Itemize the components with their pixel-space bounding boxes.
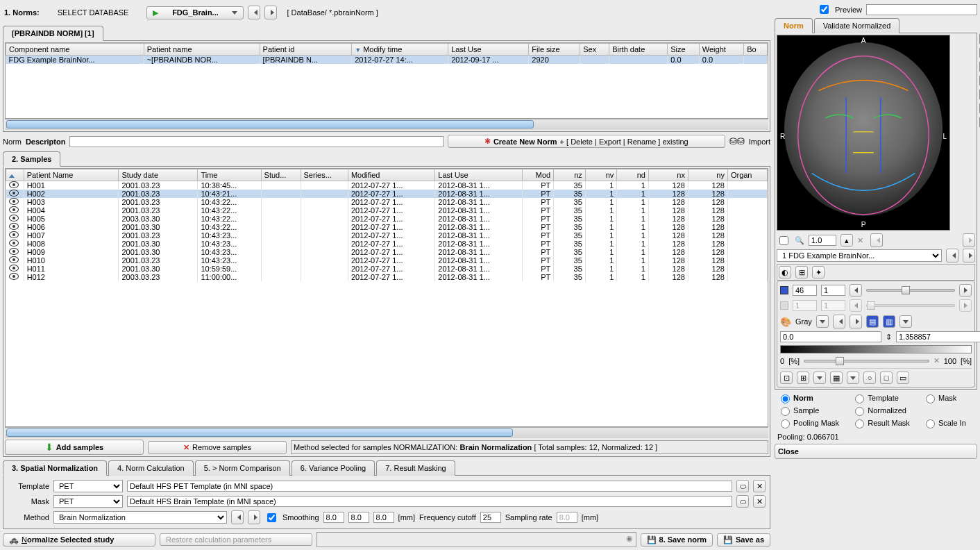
norm-col-1[interactable]: Patient name (144, 44, 260, 56)
add-samples-button[interactable]: ⬇ Add samples (5, 440, 144, 455)
radio-pooling-mask[interactable]: Pooling Mask (777, 417, 847, 428)
samples-col-10[interactable]: nd (617, 169, 649, 181)
palette-icon[interactable]: 🎨 (780, 317, 791, 327)
series-next[interactable] (963, 249, 975, 262)
norm-col-5[interactable]: File size (529, 44, 580, 56)
norm-col-4[interactable]: Last Use (448, 44, 529, 56)
proc-tab-2[interactable]: 5. > Norm Comparison (195, 460, 290, 476)
samples-scrollbar[interactable] (5, 427, 768, 438)
close-button[interactable]: Close (775, 444, 977, 459)
preview-check[interactable] (820, 5, 829, 14)
table-row[interactable]: H0052003.03.3010:43:22...2012-07-27 1...… (6, 215, 768, 223)
template-select[interactable]: PET (53, 480, 123, 492)
table-row[interactable]: FDG Example BrainNor...~[PBRAINDB NOR...… (6, 56, 768, 65)
table-row[interactable]: H0062001.03.3010:43:22...2012-07-27 1...… (6, 223, 768, 231)
tool-d[interactable]: ○ (863, 372, 876, 384)
cm-opt1[interactable]: ▤ (866, 315, 879, 328)
pct-slider[interactable] (804, 360, 929, 362)
samples-col-0[interactable]: Patient Name (24, 169, 119, 181)
range-slider-1[interactable] (866, 289, 955, 292)
norm-col-8[interactable]: Size (668, 44, 700, 56)
samples-col-1[interactable]: Study date (119, 169, 198, 181)
norm-tab[interactable]: Norm (775, 18, 813, 33)
radio-mask[interactable]: Mask (922, 392, 974, 403)
tool-b[interactable]: ⊞ (797, 372, 809, 384)
norm-db-tab[interactable]: [PBRAINDB NORM] [1] (3, 26, 103, 41)
samples-col-3[interactable]: Stud... (261, 169, 301, 181)
tool-b-drop[interactable] (813, 372, 826, 384)
zoom-up[interactable]: ▴ (840, 234, 853, 247)
table-row[interactable]: H0092001.03.3010:43:23...2012-07-27 1...… (6, 248, 768, 256)
tool-f[interactable]: ▭ (897, 372, 909, 384)
norm-col-6[interactable]: Sex (580, 44, 609, 56)
samples-col-6[interactable]: Last Use (435, 169, 522, 181)
cm-dropdown[interactable] (816, 315, 829, 328)
cm-next[interactable] (850, 315, 862, 328)
series-dropdown[interactable]: 1 FDG Example BrainNor... (777, 249, 942, 262)
db-dropdown[interactable]: ▶ FDG_Brain... (146, 6, 244, 19)
samples-col-2[interactable]: Time (198, 169, 261, 181)
table-row[interactable]: H0012001.03.2310:38:45...2012-07-27 1...… (6, 181, 768, 190)
radio-normalized[interactable]: Normalized (852, 405, 918, 416)
smooth-z[interactable] (373, 512, 394, 523)
restore-button[interactable]: Restore calculation parameters (160, 533, 312, 546)
cm-dropdown2[interactable] (899, 315, 912, 328)
validate-tab[interactable]: Validate Normalized (814, 18, 900, 33)
radio-result-mask[interactable]: Result Mask (852, 417, 918, 428)
table-row[interactable]: H0112001.03.3010:59:59...2012-07-27 1...… (6, 265, 768, 273)
proc-tab-4[interactable]: 7. Result Masking (376, 460, 455, 476)
tool-e[interactable]: □ (880, 372, 893, 384)
table-row[interactable]: H0122003.03.2311:00:00...2012-07-27 1...… (6, 273, 768, 281)
proc-tab-3[interactable]: 6. Variance Pooling (292, 460, 375, 476)
mask-desc[interactable] (127, 496, 732, 507)
cm-opt2[interactable]: ▥ (883, 315, 895, 328)
table-row[interactable]: H0072001.03.2310:43:23...2012-07-27 1...… (6, 231, 768, 240)
smooth-x[interactable] (323, 512, 344, 523)
save-as-button[interactable]: 💾 Save as (717, 533, 770, 547)
tool-c-drop[interactable] (847, 372, 859, 384)
radio-norm[interactable]: Norm (777, 392, 847, 403)
radio-template[interactable]: Template (852, 392, 918, 403)
norm-col-2[interactable]: Patient id (260, 44, 352, 56)
samples-col-9[interactable]: nv (585, 169, 617, 181)
normalize-button[interactable]: 🚓 Normalize Selected study (3, 533, 155, 547)
template-desc[interactable] (127, 481, 732, 492)
norm-desc-input[interactable] (69, 136, 443, 147)
samples-col-7[interactable]: Mod (522, 169, 554, 181)
samples-col-5[interactable]: Modified (348, 169, 434, 181)
template-link-icon[interactable]: ⬭ (736, 480, 749, 492)
smoothing-check[interactable] (267, 513, 276, 522)
norm-scrollbar[interactable] (5, 119, 768, 130)
min-input[interactable] (780, 331, 881, 342)
method-select[interactable]: Brain Normalization (53, 511, 227, 524)
norm-col-0[interactable]: Component name (6, 44, 144, 56)
table-row[interactable]: H0042001.03.2310:43:22...2012-07-27 1...… (6, 206, 768, 215)
samples-col-13[interactable]: Organ (727, 169, 767, 181)
range-b[interactable] (821, 285, 845, 296)
samples-col-12[interactable]: ny (688, 169, 727, 181)
max-input[interactable] (896, 331, 980, 342)
zoom-prev[interactable] (870, 233, 883, 247)
mask-select[interactable]: PET (53, 495, 123, 508)
zoom-next[interactable] (963, 233, 975, 247)
mask-clear[interactable]: ✕ (753, 495, 766, 508)
save-norm-button[interactable]: 💾 8. Save norm (641, 533, 713, 547)
smooth-y[interactable] (348, 512, 369, 523)
tool-c[interactable]: ▦ (830, 372, 843, 384)
method-prev[interactable] (231, 510, 244, 524)
mode-3[interactable]: ✦ (812, 266, 825, 278)
range-prev[interactable] (850, 284, 862, 297)
color-box-1[interactable] (780, 286, 788, 294)
series-prev[interactable] (946, 249, 958, 262)
tool-a[interactable]: ⊡ (780, 372, 793, 384)
method-next[interactable] (248, 510, 260, 524)
samples-sort[interactable] (6, 169, 24, 181)
mode-1[interactable]: ◐ (779, 266, 791, 278)
mask-link-icon[interactable]: ⬭ (736, 495, 749, 508)
remove-samples-button[interactable]: ✕ Remove samples (148, 441, 287, 454)
radio-scale-in[interactable]: Scale In (922, 417, 974, 428)
table-row[interactable]: H0102001.03.2310:43:23...2012-07-27 1...… (6, 256, 768, 265)
db-next[interactable] (264, 6, 277, 19)
table-row[interactable]: H0022001.03.2310:43:21...2012-07-27 1...… (6, 190, 768, 198)
range-next[interactable] (959, 284, 972, 297)
